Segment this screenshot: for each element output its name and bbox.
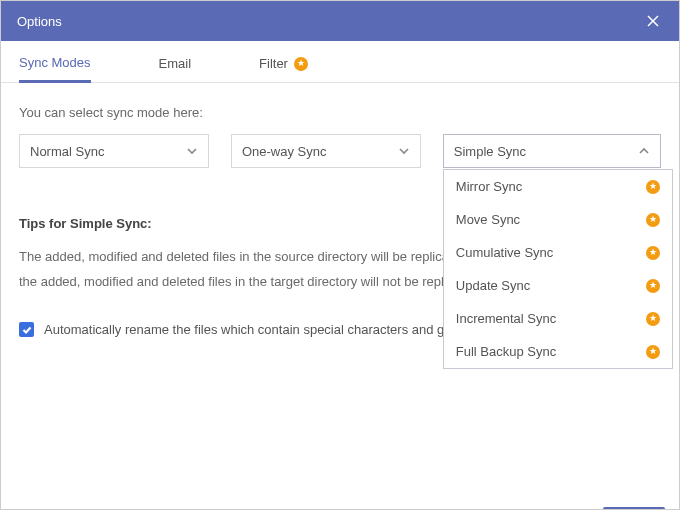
select-value: Simple Sync: [454, 144, 526, 159]
star-icon: ★: [646, 312, 660, 326]
select-value: Normal Sync: [30, 144, 104, 159]
dropdown-item-label: Incremental Sync: [456, 311, 556, 326]
auto-rename-checkbox[interactable]: [19, 322, 34, 337]
dropdown-item-label: Mirror Sync: [456, 179, 522, 194]
chevron-down-icon: [398, 145, 410, 157]
close-icon[interactable]: [643, 11, 663, 31]
select-simple-sync[interactable]: Simple Sync Mirror Sync ★ Move Sync ★ Cu…: [443, 134, 661, 168]
tab-sync-modes[interactable]: Sync Modes: [19, 55, 91, 83]
hint-text: You can select sync mode here:: [19, 105, 661, 120]
dropdown-item-update-sync[interactable]: Update Sync ★: [444, 269, 672, 302]
tab-label: Sync Modes: [19, 55, 91, 70]
dropdown-item-move-sync[interactable]: Move Sync ★: [444, 203, 672, 236]
select-normal-sync[interactable]: Normal Sync: [19, 134, 209, 168]
select-value: One-way Sync: [242, 144, 327, 159]
dropdown-item-label: Update Sync: [456, 278, 530, 293]
dropdown-item-incremental-sync[interactable]: Incremental Sync ★: [444, 302, 672, 335]
dropdown-item-label: Full Backup Sync: [456, 344, 556, 359]
star-icon: ★: [294, 57, 308, 71]
dropdown-item-label: Cumulative Sync: [456, 245, 554, 260]
title-bar: Options: [1, 1, 679, 41]
chevron-down-icon: [186, 145, 198, 157]
dropdown-item-cumulative-sync[interactable]: Cumulative Sync ★: [444, 236, 672, 269]
star-icon: ★: [646, 279, 660, 293]
star-icon: ★: [646, 246, 660, 260]
star-icon: ★: [646, 180, 660, 194]
tab-filter[interactable]: Filter ★: [259, 55, 308, 82]
tab-email[interactable]: Email: [159, 55, 192, 82]
star-icon: ★: [646, 213, 660, 227]
star-icon: ★: [646, 345, 660, 359]
window-title: Options: [17, 14, 62, 29]
dropdown-item-mirror-sync[interactable]: Mirror Sync ★: [444, 170, 672, 203]
select-row: Normal Sync One-way Sync Simple Sync Mir…: [19, 134, 661, 168]
dropdown-item-full-backup-sync[interactable]: Full Backup Sync ★: [444, 335, 672, 368]
content-area: You can select sync mode here: Normal Sy…: [1, 83, 679, 507]
chevron-up-icon: [638, 145, 650, 157]
tab-bar: Sync Modes Email Filter ★: [1, 41, 679, 83]
tab-label: Filter: [259, 56, 288, 71]
tab-label: Email: [159, 56, 192, 71]
dropdown-item-label: Move Sync: [456, 212, 520, 227]
dropdown-menu: Mirror Sync ★ Move Sync ★ Cumulative Syn…: [443, 169, 673, 369]
select-one-way-sync[interactable]: One-way Sync: [231, 134, 421, 168]
